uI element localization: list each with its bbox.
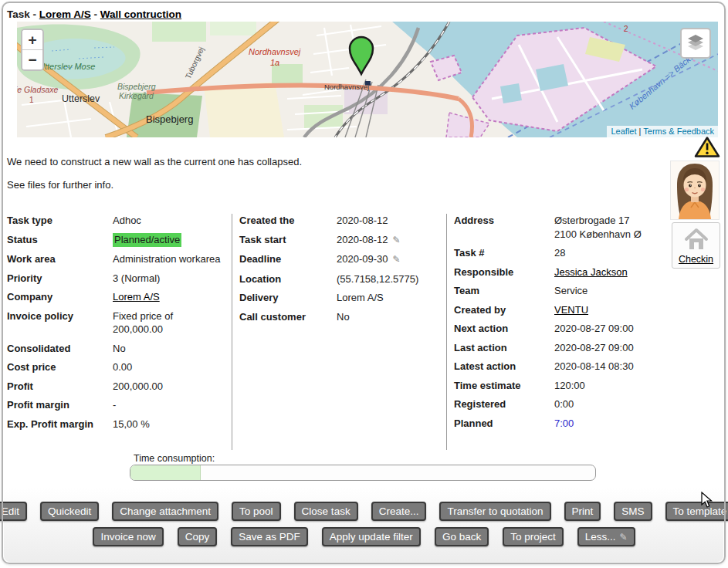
transfer-to-quotation-button[interactable]: Transfer to quotation (439, 502, 550, 521)
footer-background (4, 488, 723, 562)
zoom-in-button[interactable]: + (22, 30, 42, 50)
detail-row-planned: Planned7:00 (454, 417, 667, 431)
column-divider (446, 214, 447, 450)
responsible-avatar (670, 161, 720, 220)
detail-row-profit-margin: Profit margin- (7, 398, 229, 412)
planned-hours-link[interactable]: 7:00 (554, 418, 574, 429)
map-label-route-2: 2 (624, 25, 628, 33)
detail-row-registered: Registered0:00 (454, 397, 667, 411)
breadcrumb-separator: - (33, 8, 37, 20)
less-button[interactable]: Less...✎ (577, 527, 635, 546)
time-consumption-label: Time consumption: (134, 453, 215, 464)
detail-row-priority: Priority3 (Normal) (7, 272, 229, 286)
detail-row-task-number: Task #28 (454, 246, 667, 260)
map-tiles: Utterslev Mose Høje Gladsaxe 1 2 Uttersl… (17, 22, 718, 137)
company-link[interactable]: Lorem A/S (113, 291, 160, 303)
apply-update-filter-button[interactable]: Apply update filter (322, 527, 421, 546)
map-label-utterslev: Utterslev (62, 93, 100, 104)
breadcrumb-separator: - (94, 8, 98, 20)
checkin-label: Checkin (672, 254, 720, 265)
created-by-link[interactable]: VENTU (554, 304, 588, 316)
to-pool-button[interactable]: To pool (232, 502, 281, 521)
detail-row-cost-price: Cost price0.00 (7, 360, 229, 374)
breadcrumb-task-link[interactable]: Wall contruction (100, 8, 181, 20)
column-divider (232, 214, 232, 450)
terms-feedback-link[interactable]: Terms & Feedback (643, 127, 714, 136)
edit-task-start-pencil-icon[interactable]: ✎ (393, 235, 401, 245)
detail-row-location: Location(55.7158,12.5775) (239, 272, 442, 286)
map-label-nordhavnsvej-street: Nordhavnsvej (324, 83, 369, 91)
map-label-nordhavnsvej-exit: Nordhavnsvej (249, 47, 301, 56)
detail-row-work-area: Work areaAdministration workarea (7, 252, 229, 266)
task-description-line2: See files for further info. (7, 179, 113, 191)
map-label-bispebjerg: Bispebjerg (146, 113, 193, 125)
breadcrumb: Task - Lorem A/S - Wall contruction (7, 8, 181, 20)
detail-row-company: CompanyLorem A/S (7, 290, 229, 304)
map-label-kirkegard-1: Bispebjerg (117, 82, 156, 91)
map-label-route-1: 1 (29, 96, 34, 104)
button-row-1: Edit Quickedit Change attachment To pool… (0, 502, 728, 521)
detail-row-created-by: Created byVENTU (454, 303, 667, 317)
zoom-out-button[interactable]: − (22, 50, 42, 69)
details-right-column: AddressØsterbrogade 172100 København Ø T… (454, 214, 667, 435)
detail-row-task-start: Task start2020-08-12✎ (239, 233, 442, 248)
details-middle-column: Created the2020-08-12 Task start2020-08-… (239, 214, 442, 329)
invoice-now-button[interactable]: Invoice now (93, 527, 163, 546)
map-label-utterslev-mose: Utterslev Mose (39, 62, 95, 71)
task-page: Task - Lorem A/S - Wall contruction (0, 0, 728, 568)
detail-row-deadline: Deadline2020-09-30✎ (239, 252, 442, 267)
task-description-line1: We need to construct a new wall as the c… (7, 156, 302, 167)
detail-row-profit: Profit200,000.00 (7, 380, 229, 394)
map-zoom-control: + − (21, 29, 44, 71)
print-button[interactable]: Print (564, 502, 601, 521)
breadcrumb-root: Task (7, 8, 30, 20)
layers-icon (686, 33, 706, 53)
detail-row-consolidated: ConsolidatedNo (7, 342, 229, 356)
detail-row-invoice-policy: Invoice policyFixed price of 200,000.00 (7, 309, 229, 336)
button-row-2: Invoice now Copy Save as PDF Apply updat… (0, 527, 728, 546)
checkin-button[interactable]: Checkin (672, 222, 720, 269)
quickedit-button[interactable]: Quickedit (40, 502, 99, 521)
map-layers-button[interactable] (680, 28, 711, 59)
map-label-kirkegard-2: Kirkegård (119, 91, 154, 100)
breadcrumb-company-link[interactable]: Lorem A/S (39, 8, 91, 20)
details-left-column: Task typeAdhoc StatusPlanned/active Work… (7, 214, 229, 436)
detail-row-delivery: DeliveryLorem A/S (239, 291, 442, 305)
copy-button[interactable]: Copy (178, 527, 218, 546)
edit-button[interactable]: Edit (0, 502, 27, 521)
detail-row-exp-profit-margin: Exp. Profit margin15,00 % (7, 418, 229, 431)
detail-row-responsible: ResponsibleJessica Jackson (454, 265, 667, 279)
leaflet-map[interactable]: Utterslev Mose Høje Gladsaxe 1 2 Uttersl… (17, 22, 718, 137)
detail-row-created-the: Created the2020-08-12 (239, 214, 442, 228)
detail-row-call-customer: Call customerNo (239, 310, 442, 324)
create-button[interactable]: Create... (371, 502, 427, 521)
edit-deadline-pencil-icon[interactable]: ✎ (393, 254, 401, 265)
time-consumption-progressbar (130, 465, 596, 481)
detail-row-last-action: Last action2020-08-27 09:00 (454, 341, 667, 355)
to-template-button[interactable]: To template (665, 502, 728, 521)
less-pencil-icon: ✎ (619, 532, 627, 543)
to-project-button[interactable]: To project (503, 527, 564, 546)
detail-row-task-type: Task typeAdhoc (7, 214, 229, 228)
detail-row-time-estimate: Time estimate120:00 (454, 379, 667, 393)
time-consumption-fill (130, 465, 201, 480)
detail-row-team: TeamService (454, 284, 667, 298)
sms-button[interactable]: SMS (614, 502, 652, 521)
save-as-pdf-button[interactable]: Save as PDF (231, 527, 308, 546)
status-badge: Planned/active (113, 233, 181, 248)
responsible-link[interactable]: Jessica Jackson (554, 266, 628, 278)
home-icon (682, 226, 711, 252)
detail-row-address: AddressØsterbrogade 172100 København Ø (454, 214, 667, 241)
detail-row-latest-action: Latest action2020-08-14 08:30 (454, 360, 667, 374)
map-label-nordhavnsvej-exit-no: 1a (270, 58, 279, 67)
change-attachment-button[interactable]: Change attachment (112, 502, 218, 521)
go-back-button[interactable]: Go back (435, 527, 489, 546)
detail-row-next-action: Next action2020-08-27 09:00 (454, 322, 667, 336)
warning-triangle-icon[interactable] (694, 136, 720, 161)
map-label-hoje-gladsaxe: Høje Gladsaxe (17, 85, 59, 94)
leaflet-link[interactable]: Leaflet (611, 127, 636, 136)
close-task-button[interactable]: Close task (294, 502, 358, 521)
detail-row-status: StatusPlanned/active (7, 233, 229, 248)
